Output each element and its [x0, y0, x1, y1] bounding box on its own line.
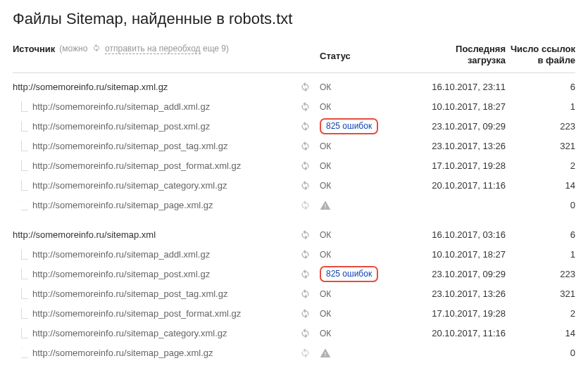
- refresh-icon[interactable]: [294, 229, 315, 240]
- table-row: http://somemoreinfo.ru/sitemap_post_tag.…: [13, 284, 575, 304]
- last-load-date: 17.10.2017, 19:28: [432, 160, 506, 171]
- sitemap-url[interactable]: http://somemoreinfo.ru/sitemap_page.xml.…: [32, 348, 213, 358]
- table-row: http://somemoreinfo.ru/sitemap_post_tag.…: [13, 137, 575, 156]
- status-ok: ОК: [320, 161, 331, 171]
- links-count: 0: [570, 200, 575, 210]
- status-ok: ОК: [320, 250, 331, 260]
- last-load-date: 23.10.2017, 09:29: [432, 269, 506, 279]
- table-row: http://somemoreinfo.ru/sitemap_post.xml.…: [13, 265, 575, 284]
- table-row: http://somemoreinfo.ru/sitemap.xml.gzОК1…: [13, 77, 575, 97]
- status-ok: ОК: [320, 141, 331, 151]
- refresh-icon: [294, 200, 315, 210]
- refresh-icon[interactable]: [294, 269, 315, 279]
- links-count: 6: [570, 82, 575, 92]
- links-count: 223: [560, 269, 575, 279]
- status-ok: ОК: [320, 309, 331, 319]
- sitemap-url[interactable]: http://somemoreinfo.ru/sitemap.xml: [13, 229, 156, 240]
- refresh-icon[interactable]: [294, 180, 315, 191]
- status-ok: ОК: [320, 181, 331, 191]
- status-ok: ОК: [320, 102, 331, 112]
- table-row: http://somemoreinfo.ru/sitemap.xmlОК16.1…: [13, 225, 575, 245]
- links-count: 1: [570, 249, 575, 260]
- table-row: http://somemoreinfo.ru/sitemap_category.…: [13, 176, 575, 196]
- table-row: http://somemoreinfo.ru/sitemap_page.xml.…: [13, 343, 575, 363]
- status-ok: ОК: [320, 230, 331, 240]
- header-date: Последняя загрузка: [400, 44, 506, 67]
- sitemap-groups: http://somemoreinfo.ru/sitemap.xml.gzОК1…: [13, 77, 575, 363]
- links-count: 321: [560, 141, 575, 151]
- table-header: Источник (можно отправить на переобход е…: [13, 44, 575, 73]
- last-load-date: 23.10.2017, 13:26: [432, 288, 506, 299]
- refresh-icon[interactable]: [294, 121, 315, 132]
- last-load-date: 10.10.2017, 18:27: [432, 249, 506, 260]
- refresh-icon[interactable]: [294, 249, 315, 260]
- status-error-badge[interactable]: 825 ошибок: [320, 266, 378, 281]
- table-row: http://somemoreinfo.ru/sitemap_addl.xml.…: [13, 245, 575, 265]
- sitemap-url[interactable]: http://somemoreinfo.ru/sitemap_post.xml.…: [32, 269, 210, 279]
- warning-icon: [320, 348, 400, 359]
- sitemap-url[interactable]: http://somemoreinfo.ru/sitemap_post.xml.…: [32, 121, 210, 132]
- recrawl-hint: (можно отправить на переобход еще 9): [59, 44, 229, 54]
- refresh-icon[interactable]: [294, 82, 315, 92]
- refresh-icon[interactable]: [294, 308, 315, 319]
- sitemap-group: http://somemoreinfo.ru/sitemap.xmlОК16.1…: [13, 225, 575, 363]
- header-links: Число ссылок в файле: [506, 44, 575, 67]
- status-ok: ОК: [320, 329, 331, 338]
- sitemap-url[interactable]: http://somemoreinfo.ru/sitemap_category.…: [32, 180, 227, 191]
- sitemap-url[interactable]: http://somemoreinfo.ru/sitemap_addl.xml.…: [32, 249, 210, 260]
- last-load-date: 16.10.2017, 23:11: [432, 82, 506, 92]
- sitemap-url[interactable]: http://somemoreinfo.ru/sitemap_addl.xml.…: [32, 101, 210, 112]
- sitemap-url[interactable]: http://somemoreinfo.ru/sitemap_post_form…: [32, 308, 241, 319]
- links-count: 14: [565, 180, 575, 191]
- last-load-date: 20.10.2017, 11:16: [432, 328, 506, 338]
- table-row: http://somemoreinfo.ru/sitemap_addl.xml.…: [13, 97, 575, 117]
- last-load-date: 20.10.2017, 11:16: [432, 180, 506, 191]
- sitemap-group: http://somemoreinfo.ru/sitemap.xml.gzОК1…: [13, 77, 575, 215]
- refresh-icon[interactable]: [294, 141, 315, 151]
- last-load-date: 23.10.2017, 13:26: [432, 141, 506, 151]
- links-count: 1: [570, 101, 575, 112]
- refresh-icon[interactable]: [294, 101, 315, 112]
- refresh-icon: [294, 348, 315, 358]
- last-load-date: 10.10.2017, 18:27: [432, 101, 506, 112]
- status-ok: ОК: [320, 289, 331, 299]
- header-source-label: Источник: [13, 44, 55, 54]
- sitemap-url[interactable]: http://somemoreinfo.ru/sitemap_page.xml.…: [32, 200, 213, 210]
- last-load-date: 23.10.2017, 09:29: [432, 121, 506, 132]
- last-load-date: 16.10.2017, 03:16: [432, 229, 506, 240]
- refresh-icon[interactable]: [294, 328, 315, 338]
- sitemap-url[interactable]: http://somemoreinfo.ru/sitemap_post_tag.…: [32, 288, 227, 299]
- recrawl-link[interactable]: отправить на переобход: [105, 44, 201, 54]
- table-row: http://somemoreinfo.ru/sitemap_category.…: [13, 324, 575, 343]
- refresh-icon: [92, 44, 101, 54]
- refresh-icon[interactable]: [294, 288, 315, 299]
- header-source: Источник (можно отправить на переобход е…: [13, 44, 294, 54]
- table-row: http://somemoreinfo.ru/sitemap_post_form…: [13, 156, 575, 176]
- warning-icon: [320, 200, 400, 211]
- links-count: 0: [570, 348, 575, 358]
- sitemap-url[interactable]: http://somemoreinfo.ru/sitemap.xml.gz: [13, 82, 168, 92]
- refresh-icon[interactable]: [294, 160, 315, 171]
- links-count: 223: [560, 121, 575, 132]
- last-load-date: 17.10.2017, 19:28: [432, 308, 506, 319]
- header-status: Статус: [315, 44, 400, 61]
- links-count: 6: [570, 229, 575, 240]
- sitemap-url[interactable]: http://somemoreinfo.ru/sitemap_post_form…: [32, 160, 241, 171]
- status-ok: ОК: [320, 82, 331, 92]
- page-title: Файлы Sitemap, найденные в robots.txt: [13, 10, 575, 28]
- links-count: 2: [570, 160, 575, 171]
- status-error-badge[interactable]: 825 ошибок: [320, 118, 378, 134]
- table-row: http://somemoreinfo.ru/sitemap_page.xml.…: [13, 196, 575, 215]
- links-count: 321: [560, 288, 575, 299]
- links-count: 2: [570, 308, 575, 319]
- table-row: http://somemoreinfo.ru/sitemap_post.xml.…: [13, 117, 575, 137]
- sitemap-url[interactable]: http://somemoreinfo.ru/sitemap_post_tag.…: [32, 141, 227, 151]
- links-count: 14: [565, 328, 575, 338]
- sitemap-url[interactable]: http://somemoreinfo.ru/sitemap_category.…: [32, 328, 227, 338]
- table-row: http://somemoreinfo.ru/sitemap_post_form…: [13, 304, 575, 324]
